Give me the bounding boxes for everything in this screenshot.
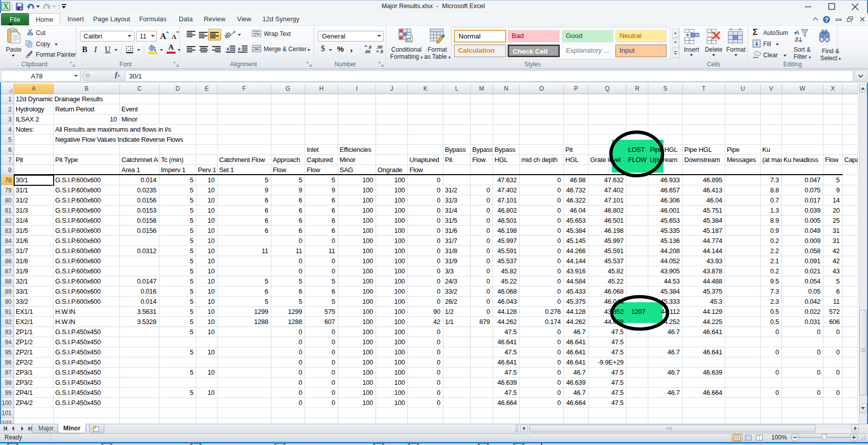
svg-text:A: A xyxy=(172,33,177,41)
svg-text:X: X xyxy=(3,2,9,11)
svg-text:Z: Z xyxy=(795,35,799,43)
svg-text:.0: .0 xyxy=(380,49,383,54)
svg-text:A: A xyxy=(795,28,800,36)
svg-text:A: A xyxy=(160,31,167,41)
svg-text:.00: .00 xyxy=(364,49,370,54)
svg-text:?: ? xyxy=(825,17,829,23)
